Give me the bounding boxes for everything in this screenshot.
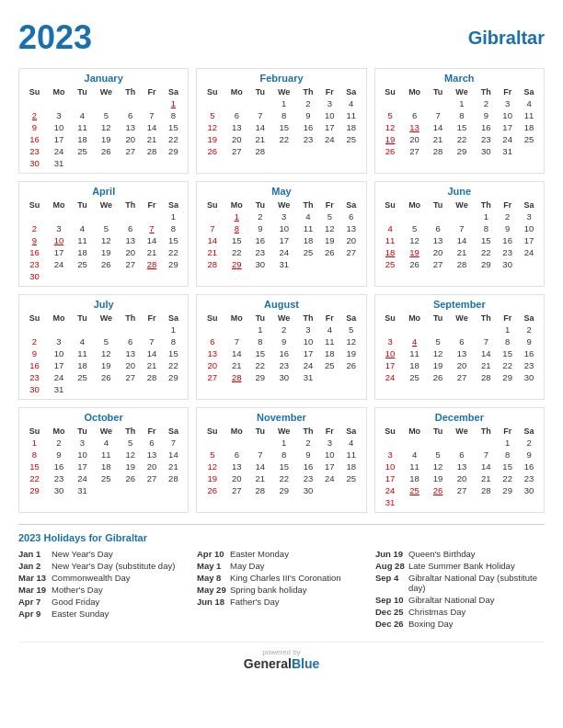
holiday-date: Dec 25	[375, 607, 405, 617]
calendar-day	[93, 157, 120, 169]
calendar-day	[93, 383, 120, 395]
day-header: Th	[297, 313, 319, 324]
calendar-day: 16	[23, 133, 46, 145]
calendar-day: 28	[142, 145, 163, 157]
day-header: We	[270, 426, 297, 437]
calendar-day: 14	[142, 234, 163, 246]
day-header: Fr	[319, 86, 340, 97]
calendar-day: 13	[142, 449, 163, 461]
calendar-day: 3	[46, 109, 72, 121]
calendar-day	[93, 97, 120, 109]
calendar-day	[142, 484, 163, 496]
calendar-day: 15	[270, 461, 297, 472]
calendar-day: 4	[379, 222, 402, 234]
calendars-grid: JanuarySuMoTuWeThFrSa1234567891011121314…	[18, 68, 545, 513]
calendar-day: 19	[120, 461, 142, 472]
calendar-day: 3	[72, 437, 93, 449]
calendar-day: 31	[46, 157, 72, 169]
day-header: Fr	[497, 199, 518, 210]
calendar-day: 25	[297, 246, 319, 258]
calendar-day: 27	[201, 371, 224, 383]
calendar-day: 17	[270, 234, 297, 246]
calendar-day	[120, 484, 142, 496]
calendar-day	[224, 324, 249, 336]
calendar-day: 4	[340, 437, 362, 449]
calendar-day: 3	[518, 210, 540, 222]
calendar-day	[449, 210, 476, 222]
calendar-day: 12	[319, 222, 340, 234]
calendar-day: 15	[270, 121, 297, 133]
calendar-day: 5	[201, 449, 224, 461]
calendar-day: 11	[340, 449, 362, 461]
calendar-day: 18	[72, 246, 93, 258]
powered-by-label: powered by	[18, 648, 545, 656]
calendar-day	[162, 484, 184, 496]
calendar-day: 26	[379, 145, 402, 157]
calendar-day: 31	[46, 383, 72, 395]
day-header: We	[270, 313, 297, 324]
calendar-day: 18	[402, 472, 428, 484]
list-item: Apr 7Good Friday	[18, 597, 188, 607]
calendar-day: 12	[201, 461, 224, 472]
holiday-name: Spring bank holiday	[230, 585, 306, 595]
calendar-day: 1	[162, 324, 184, 336]
day-header: Fr	[497, 426, 518, 437]
day-header: Th	[120, 86, 142, 97]
calendar-day: 20	[120, 246, 142, 258]
day-header: Sa	[518, 313, 540, 324]
calendar-day	[518, 496, 540, 508]
calendar-day: 2	[497, 210, 518, 222]
calendar-day: 19	[379, 133, 402, 145]
calendar-day: 14	[201, 234, 224, 246]
calendar-day: 12	[402, 234, 428, 246]
calendar-day	[142, 157, 163, 169]
calendar-day: 24	[319, 133, 340, 145]
calendar-day: 3	[297, 324, 319, 336]
calendar-day: 6	[120, 109, 142, 121]
calendar-day: 15	[497, 347, 518, 359]
calendar-day: 23	[518, 472, 540, 484]
calendar-day: 30	[23, 157, 46, 169]
day-header: Fr	[142, 426, 163, 437]
holiday-date: Jan 2	[18, 561, 48, 571]
calendar-day: 17	[297, 347, 319, 359]
calendar-day: 16	[518, 347, 540, 359]
calendar-day: 29	[497, 484, 518, 496]
calendar-day: 13	[449, 347, 476, 359]
calendar-day	[224, 97, 249, 109]
year-label: 2023	[18, 18, 92, 57]
calendar-day: 22	[270, 472, 297, 484]
calendar-day: 16	[518, 461, 540, 472]
month-block-june: JuneSuMoTuWeThFrSa1234567891011121314151…	[374, 181, 545, 287]
holiday-name: New Year's Day	[52, 549, 113, 559]
day-header: Fr	[319, 199, 340, 210]
calendar-day: 9	[475, 109, 497, 121]
day-header: Fr	[319, 313, 340, 324]
calendar-day: 23	[23, 145, 46, 157]
calendar-day	[72, 97, 93, 109]
list-item: Sep 4Gibraltar National Day (substitute …	[375, 573, 545, 593]
calendar-day: 30	[23, 270, 46, 282]
list-item: Mar 19Mother's Day	[18, 585, 188, 595]
month-title: December	[379, 412, 540, 423]
calendar-day: 2	[23, 222, 46, 234]
calendar-day: 2	[23, 336, 46, 347]
calendar-day	[340, 258, 362, 270]
calendar-day: 8	[475, 222, 497, 234]
list-item: May 1May Day	[197, 561, 366, 571]
calendar-day: 22	[23, 472, 46, 484]
calendar-day: 13	[449, 461, 476, 472]
day-header: Th	[297, 86, 319, 97]
calendar-day: 29	[249, 371, 270, 383]
month-title: June	[379, 186, 540, 197]
calendar-day	[297, 145, 319, 157]
holiday-date: Dec 26	[375, 619, 405, 629]
calendar-day: 28	[162, 472, 184, 484]
calendar-day	[120, 157, 142, 169]
calendar-day: 9	[270, 336, 297, 347]
calendar-day	[249, 97, 270, 109]
calendar-day: 14	[475, 347, 497, 359]
calendar-day: 21	[249, 133, 270, 145]
day-header: Tu	[249, 426, 270, 437]
calendar-day: 30	[518, 371, 540, 383]
